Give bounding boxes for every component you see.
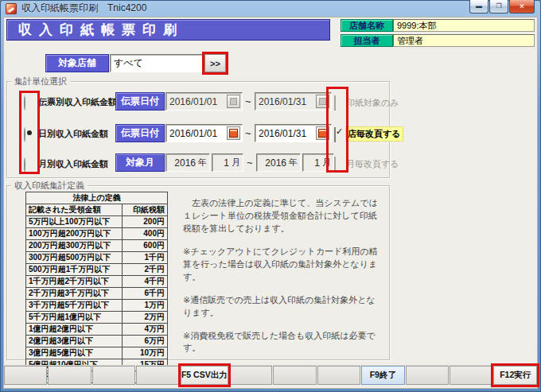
function-button-f1 [4, 366, 47, 385]
column-header-amount: 記載された受領金額 [26, 204, 123, 216]
range-separator: ~ [245, 127, 251, 139]
checkbox-page-break-per-store-label: 店毎改頁する [345, 126, 403, 142]
table-row: 300万円超500万円以下1千円 [26, 252, 168, 264]
daily-date-from-field[interactable]: 2016/01/01 [165, 124, 243, 142]
calendar-icon [229, 129, 238, 138]
caption-buttons: ▬ ❐ ✕ [469, 0, 535, 14]
staff-label: 担当者 [341, 34, 393, 47]
maximize-icon: ❐ [496, 3, 501, 10]
function-button-f2 [48, 366, 91, 385]
exit-button[interactable]: F9終了 [361, 366, 404, 385]
table-row: 5万円以上100万円以下200円 [26, 216, 168, 228]
note-paragraph: ※通信販売での売上は収入印紙の集計対象外となります。 [183, 294, 383, 320]
notes-block: 左表の法律上の定義に準じて、当システムでは１レシート単位の税抜受領金額合計に対し… [183, 197, 383, 365]
checkbox-page-break-per-month-label: 月毎改頁する [346, 158, 399, 170]
table-row: 200万円超300万円以下600円 [26, 240, 168, 252]
execute-button[interactable]: F12実行 [493, 366, 536, 385]
note-paragraph: ※消費税免税で販売した場合も収入印紙は必要です。 [183, 330, 383, 355]
tax-cell: 400円 [123, 228, 168, 240]
slip-date-from-field: 2016/01/01 [165, 92, 243, 111]
tax-cell: 200円 [123, 216, 168, 228]
annotation-rect-radio-column [19, 91, 40, 174]
from-year-value: 2016 [174, 157, 196, 169]
tax-cell: 600円 [123, 240, 168, 252]
amount-cell: 1千万円超2千万円以下 [26, 276, 123, 288]
radio-daily-label: 日別収入印紙金額 [38, 128, 108, 140]
window-title: 収入印紙帳票印刷 Tnic4200 [21, 2, 146, 15]
function-button-f3 [92, 366, 135, 385]
page-title: 収入印紙帳票印刷 [6, 19, 330, 41]
radio-monthly-label: 月別収入印紙金額 [38, 158, 108, 170]
function-button-f6 [229, 366, 272, 385]
table-row: 5千万円超1億円以下2万円 [26, 312, 168, 324]
slip-date-to-field: 2016/01/31 [255, 92, 332, 111]
close-button[interactable]: ✕ [509, 0, 535, 14]
table-legal-header: 法律上の定義 [26, 192, 168, 204]
daily-date-from-value: 2016/01/01 [169, 128, 217, 139]
table-row: 3億円超5億円以下10万円 [26, 347, 168, 359]
from-month-value: 1 [224, 157, 229, 169]
csv-export-button[interactable]: F5 CSV出力 [181, 366, 228, 385]
year-suffix: 年 [289, 157, 298, 169]
function-key-bar: F5 CSV出力 F9終了 F12実行 [4, 365, 537, 385]
amount-cell: 5万円以上100万円以下 [26, 216, 123, 228]
slip-date-label: 伝票日付 [115, 92, 165, 111]
target-store-label: 対象店舗 [45, 54, 109, 72]
amount-cell: 3千万円超5千万円以下 [26, 300, 123, 312]
to-year-field: 2016 年 [256, 153, 301, 172]
maximize-button[interactable]: ❐ [489, 0, 508, 14]
app-window: 収入印紙帳票印刷 Tnic4200 ▬ ❐ ✕ 収入印紙帳票印刷 店舗名称 99… [0, 0, 541, 392]
table-row: 1千万円超2千万円以下4千円 [26, 276, 168, 288]
note-paragraph: ※チェックアウトにてクレジットカード利用の精算を行った場合は収入印紙の集計対象外… [183, 246, 383, 284]
daily-date-label: 伝票日付 [115, 124, 165, 142]
tax-cell: 1千円 [123, 252, 168, 264]
store-expand-button[interactable]: >> [204, 54, 226, 72]
range-separator: ~ [247, 157, 253, 169]
amount-cell: 2億円超3億円以下 [26, 336, 123, 347]
function-button-f8 [317, 366, 360, 385]
calendar-picker-icon [227, 95, 240, 108]
stamp-tax-table: 法律上の定義 記載された受領金額 印紙税額 5万円以上100万円以下200円 1… [25, 192, 168, 383]
tax-cell: 4千円 [123, 276, 168, 288]
daily-date-to-field[interactable]: 2016/01/31 [255, 124, 332, 142]
from-year-field: 2016 年 [165, 153, 210, 172]
close-icon: ✕ [519, 3, 525, 10]
client-area: 収入印紙帳票印刷 店舗名称 9999:本部 担当者 管理者 対象店舗 すべて >… [3, 17, 538, 389]
function-button-f11 [450, 366, 492, 385]
range-separator: ~ [245, 95, 251, 107]
minimize-button[interactable]: ▬ [469, 0, 488, 14]
titlebar: 収入印紙帳票印刷 Tnic4200 [0, 0, 541, 17]
store-name-label: 店舗名称 [341, 19, 393, 32]
year-suffix: 年 [198, 157, 207, 169]
annotation-rect-checkbox-column [326, 87, 348, 173]
to-month-value: 1 [314, 157, 320, 169]
calendar-picker-button[interactable] [227, 126, 240, 140]
table-row: 2千万円超3千万円以下6千円 [26, 288, 168, 300]
function-button-f4 [136, 366, 179, 385]
tax-cell: 2万円 [123, 312, 168, 324]
month-suffix: 月 [232, 157, 240, 169]
column-header-tax: 印紙税額 [123, 204, 168, 216]
table-row: 100万円超200万円以下400円 [26, 228, 168, 240]
slip-date-from-value: 2016/01/01 [169, 96, 217, 107]
radio-by-slip-label: 伝票別収入印紙金額 [38, 96, 117, 108]
staff-value: 管理者 [393, 34, 535, 47]
store-name-value: 9999:本部 [393, 19, 535, 32]
from-month-field: 1 月 [212, 153, 243, 172]
table-row: 1億円超2億円以下4万円 [26, 324, 168, 336]
amount-cell: 500万円超1千万円以下 [26, 264, 123, 276]
table-row: 2億円超3億円以下6万円 [26, 336, 168, 347]
function-button-f10 [406, 366, 449, 385]
daily-date-to-value: 2016/01/31 [259, 128, 306, 139]
checkbox-stamp-only-label: 印紙対象のみ [346, 97, 399, 109]
target-store-input[interactable]: すべて [110, 54, 203, 72]
amount-cell: 200万円超300万円以下 [26, 240, 123, 252]
note-paragraph: 左表の法律上の定義に準じて、当システムでは１レシート単位の税抜受領金額合計に対し… [183, 197, 383, 235]
stamp-group-title: 収入印紙集計定義 [11, 180, 88, 192]
tax-cell: 4万円 [123, 324, 168, 336]
amount-cell: 100万円超200万円以下 [26, 228, 123, 240]
tax-cell: 6万円 [123, 336, 168, 347]
amount-cell: 3億円超5億円以下 [26, 347, 123, 359]
amount-cell: 5千万円超1億円以下 [26, 312, 123, 324]
aggregation-group-title: 集計単位選択 [11, 76, 70, 87]
